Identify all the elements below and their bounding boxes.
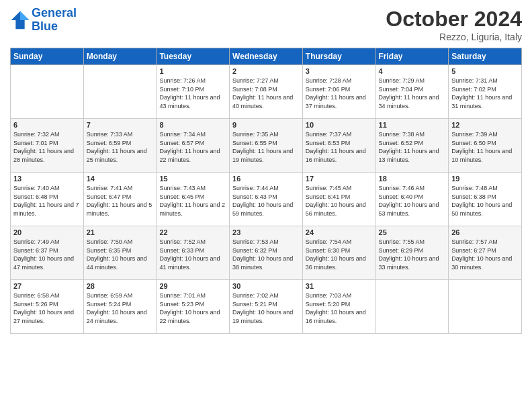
day-cell: 5Sunrise: 7:31 AM Sunset: 7:02 PM Daylig… — [449, 65, 522, 119]
day-cell: 1Sunrise: 7:26 AM Sunset: 7:10 PM Daylig… — [157, 65, 230, 119]
day-cell: 12Sunrise: 7:39 AM Sunset: 6:50 PM Dayli… — [449, 119, 522, 173]
day-info: Sunrise: 7:55 AM Sunset: 6:29 PM Dayligh… — [379, 238, 446, 271]
header: General Blue October 2024 Rezzo, Liguria… — [10, 7, 522, 42]
day-number: 23 — [232, 228, 300, 236]
day-cell: 6Sunrise: 7:32 AM Sunset: 7:01 PM Daylig… — [11, 119, 84, 173]
day-info: Sunrise: 7:38 AM Sunset: 6:52 PM Dayligh… — [379, 130, 446, 164]
week-row-2: 6Sunrise: 7:32 AM Sunset: 7:01 PM Daylig… — [11, 119, 522, 173]
day-number: 31 — [306, 282, 373, 290]
day-cell: 8Sunrise: 7:34 AM Sunset: 6:57 PM Daylig… — [157, 119, 230, 173]
day-cell: 3Sunrise: 7:28 AM Sunset: 7:06 PM Daylig… — [302, 65, 375, 119]
header-row: SundayMondayTuesdayWednesdayThursdayFrid… — [11, 48, 522, 65]
day-cell: 18Sunrise: 7:46 AM Sunset: 6:40 PM Dayli… — [375, 173, 449, 226]
day-number: 28 — [87, 282, 154, 290]
day-number: 15 — [159, 175, 226, 183]
day-number: 2 — [232, 67, 300, 75]
col-header-friday: Friday — [375, 48, 449, 65]
day-number: 21 — [87, 228, 154, 236]
col-header-monday: Monday — [83, 48, 157, 65]
day-info: Sunrise: 7:28 AM Sunset: 7:06 PM Dayligh… — [306, 77, 373, 110]
col-header-tuesday: Tuesday — [157, 48, 230, 65]
day-number: 22 — [159, 228, 226, 236]
day-cell: 16Sunrise: 7:44 AM Sunset: 6:43 PM Dayli… — [230, 173, 303, 226]
day-info: Sunrise: 6:59 AM Sunset: 5:24 PM Dayligh… — [87, 291, 154, 325]
day-info: Sunrise: 7:54 AM Sunset: 6:30 PM Dayligh… — [306, 238, 373, 271]
day-cell — [11, 65, 84, 119]
day-number: 14 — [87, 175, 154, 183]
day-cell: 14Sunrise: 7:41 AM Sunset: 6:47 PM Dayli… — [83, 173, 157, 226]
day-number: 13 — [13, 175, 81, 183]
day-info: Sunrise: 7:03 AM Sunset: 5:20 PM Dayligh… — [306, 291, 373, 325]
day-cell: 15Sunrise: 7:43 AM Sunset: 6:45 PM Dayli… — [157, 173, 230, 226]
day-info: Sunrise: 7:49 AM Sunset: 6:37 PM Dayligh… — [13, 238, 81, 271]
title-block: October 2024 Rezzo, Liguria, Italy — [386, 7, 522, 42]
day-info: Sunrise: 7:02 AM Sunset: 5:21 PM Dayligh… — [232, 291, 300, 325]
day-info: Sunrise: 7:34 AM Sunset: 6:57 PM Dayligh… — [159, 130, 226, 164]
day-cell: 24Sunrise: 7:54 AM Sunset: 6:30 PM Dayli… — [302, 226, 375, 280]
location-title: Rezzo, Liguria, Italy — [386, 32, 522, 42]
day-info: Sunrise: 7:45 AM Sunset: 6:41 PM Dayligh… — [306, 184, 373, 218]
day-cell — [83, 65, 157, 119]
day-info: Sunrise: 7:31 AM Sunset: 7:02 PM Dayligh… — [451, 77, 519, 110]
day-info: Sunrise: 7:46 AM Sunset: 6:40 PM Dayligh… — [379, 184, 446, 218]
day-cell: 29Sunrise: 7:01 AM Sunset: 5:23 PM Dayli… — [157, 280, 230, 334]
day-info: Sunrise: 7:01 AM Sunset: 5:23 PM Dayligh… — [159, 291, 226, 325]
day-info: Sunrise: 7:35 AM Sunset: 6:55 PM Dayligh… — [232, 130, 300, 164]
week-row-5: 27Sunrise: 6:58 AM Sunset: 5:26 PM Dayli… — [11, 280, 522, 334]
day-info: Sunrise: 7:26 AM Sunset: 7:10 PM Dayligh… — [159, 77, 226, 110]
day-info: Sunrise: 7:40 AM Sunset: 6:48 PM Dayligh… — [13, 184, 81, 218]
day-number: 12 — [451, 121, 519, 129]
day-number: 16 — [232, 175, 300, 183]
week-row-1: 1Sunrise: 7:26 AM Sunset: 7:10 PM Daylig… — [11, 65, 522, 119]
day-info: Sunrise: 6:58 AM Sunset: 5:26 PM Dayligh… — [13, 291, 81, 325]
col-header-thursday: Thursday — [302, 48, 375, 65]
day-number: 10 — [306, 121, 373, 129]
day-cell: 22Sunrise: 7:52 AM Sunset: 6:33 PM Dayli… — [157, 226, 230, 280]
day-cell: 31Sunrise: 7:03 AM Sunset: 5:20 PM Dayli… — [302, 280, 375, 334]
day-cell: 19Sunrise: 7:48 AM Sunset: 6:38 PM Dayli… — [449, 173, 522, 226]
day-cell: 27Sunrise: 6:58 AM Sunset: 5:26 PM Dayli… — [11, 280, 84, 334]
day-number: 4 — [379, 67, 446, 75]
day-number: 9 — [232, 121, 300, 129]
day-number: 5 — [451, 67, 519, 75]
day-info: Sunrise: 7:52 AM Sunset: 6:33 PM Dayligh… — [159, 238, 226, 271]
day-info: Sunrise: 7:29 AM Sunset: 7:04 PM Dayligh… — [379, 77, 446, 110]
day-number: 20 — [13, 228, 81, 236]
day-number: 7 — [87, 121, 154, 129]
day-number: 8 — [159, 121, 226, 129]
week-row-3: 13Sunrise: 7:40 AM Sunset: 6:48 PM Dayli… — [11, 173, 522, 226]
day-number: 25 — [379, 228, 446, 236]
day-number: 27 — [13, 282, 81, 290]
day-info: Sunrise: 7:50 AM Sunset: 6:35 PM Dayligh… — [87, 238, 154, 271]
day-cell: 25Sunrise: 7:55 AM Sunset: 6:29 PM Dayli… — [375, 226, 449, 280]
day-cell: 20Sunrise: 7:49 AM Sunset: 6:37 PM Dayli… — [11, 226, 84, 280]
day-cell: 4Sunrise: 7:29 AM Sunset: 7:04 PM Daylig… — [375, 65, 449, 119]
page: General Blue October 2024 Rezzo, Liguria… — [0, 0, 532, 411]
col-header-sunday: Sunday — [11, 48, 84, 65]
col-header-wednesday: Wednesday — [230, 48, 303, 65]
day-number: 18 — [379, 175, 446, 183]
logo-text: General Blue — [32, 7, 77, 34]
month-title: October 2024 — [386, 7, 522, 32]
day-number: 26 — [451, 228, 519, 236]
day-info: Sunrise: 7:43 AM Sunset: 6:45 PM Dayligh… — [159, 184, 226, 218]
calendar-table: SundayMondayTuesdayWednesdayThursdayFrid… — [10, 48, 522, 334]
logo-icon — [10, 10, 30, 30]
day-info: Sunrise: 7:37 AM Sunset: 6:53 PM Dayligh… — [306, 130, 373, 164]
day-info: Sunrise: 7:53 AM Sunset: 6:32 PM Dayligh… — [232, 238, 300, 271]
day-cell: 11Sunrise: 7:38 AM Sunset: 6:52 PM Dayli… — [375, 119, 449, 173]
day-number: 24 — [306, 228, 373, 236]
day-number: 29 — [159, 282, 226, 290]
day-cell: 10Sunrise: 7:37 AM Sunset: 6:53 PM Dayli… — [302, 119, 375, 173]
svg-marker-1 — [20, 11, 29, 19]
day-number: 3 — [306, 67, 373, 75]
day-info: Sunrise: 7:57 AM Sunset: 6:27 PM Dayligh… — [451, 238, 519, 271]
col-header-saturday: Saturday — [449, 48, 522, 65]
day-cell — [375, 280, 449, 334]
day-number: 1 — [159, 67, 226, 75]
day-info: Sunrise: 7:33 AM Sunset: 6:59 PM Dayligh… — [87, 130, 154, 164]
day-cell: 9Sunrise: 7:35 AM Sunset: 6:55 PM Daylig… — [230, 119, 303, 173]
day-number: 19 — [451, 175, 519, 183]
day-number: 11 — [379, 121, 446, 129]
day-info: Sunrise: 7:41 AM Sunset: 6:47 PM Dayligh… — [87, 184, 154, 218]
